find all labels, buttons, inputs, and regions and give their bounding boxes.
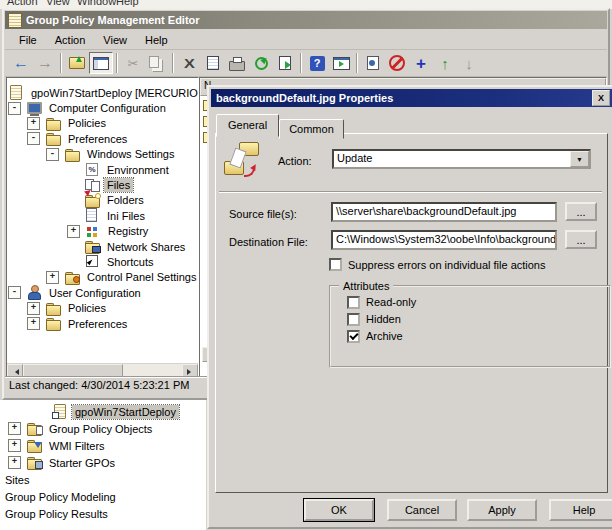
separator bbox=[219, 191, 602, 193]
tree-item-label: Policies bbox=[65, 116, 109, 130]
tree-item-gpowin7startdeploy-mercurio[interactable]: gpoWin7StartDeploy [MERCURIO. bbox=[7, 85, 198, 100]
tree-item-network-shares[interactable]: Network Shares bbox=[7, 239, 198, 254]
tree-item-shortcuts[interactable]: Shortcuts bbox=[7, 254, 198, 269]
export-list-button[interactable] bbox=[273, 52, 297, 74]
delete-button[interactable]: X bbox=[177, 52, 201, 74]
tab-common[interactable]: Common bbox=[279, 119, 344, 139]
apply-button[interactable]: Apply bbox=[467, 499, 537, 521]
tree-item-ini-files[interactable]: Ini Files bbox=[7, 208, 198, 223]
copy-button[interactable] bbox=[145, 52, 169, 74]
delete-icon: X bbox=[184, 57, 195, 70]
menu-action[interactable]: Action bbox=[46, 32, 95, 48]
move-down-button[interactable]: ↓ bbox=[457, 52, 481, 74]
tree-item-label: Ini Files bbox=[104, 209, 148, 223]
source-browse-button[interactable]: ... bbox=[565, 202, 597, 221]
tree-item-group-policy-objects[interactable]: +Group Policy Objects bbox=[0, 420, 206, 437]
expander-minus[interactable]: - bbox=[8, 286, 21, 299]
tree-item-registry[interactable]: +Registry bbox=[7, 224, 198, 239]
expander-plus[interactable]: + bbox=[67, 225, 80, 238]
attribute-hidden-checkbox[interactable] bbox=[347, 313, 360, 326]
action-label: Action: bbox=[278, 155, 312, 167]
attribute-archive-checkbox[interactable] bbox=[347, 330, 360, 343]
expander-plus[interactable]: + bbox=[27, 317, 40, 330]
suppress-errors-checkbox-row[interactable]: Suppress errors on individual file actio… bbox=[329, 258, 546, 271]
tree-item-computer-configuration[interactable]: -Computer Configuration bbox=[7, 100, 198, 115]
new-doc-button[interactable] bbox=[361, 52, 385, 74]
expander-plus[interactable]: + bbox=[46, 271, 59, 284]
gpmc-tree-area: gpoWin7StartDeploy+Group Policy Objects+… bbox=[0, 400, 206, 530]
add-button[interactable]: + bbox=[409, 52, 433, 74]
menu-help[interactable]: Help bbox=[136, 32, 177, 48]
tree-item-files[interactable]: Files bbox=[7, 177, 198, 192]
expander-plus[interactable]: + bbox=[27, 302, 40, 315]
tab-general[interactable]: General bbox=[216, 114, 279, 137]
tree-item-policies[interactable]: +Policies bbox=[7, 116, 198, 131]
suppress-errors-checkbox[interactable] bbox=[329, 258, 342, 271]
cut-button[interactable]: ✂ bbox=[121, 52, 145, 74]
back-button[interactable]: ← bbox=[9, 52, 33, 74]
dialog-tabs: GeneralCommon bbox=[216, 114, 344, 134]
gpo-icon bbox=[52, 404, 69, 419]
expander-minus[interactable]: - bbox=[27, 132, 40, 145]
tree-item-policies[interactable]: +Policies bbox=[7, 300, 198, 315]
tree-item-windows-settings[interactable]: -Windows Settings bbox=[7, 147, 198, 162]
help-button[interactable]: Help bbox=[549, 499, 612, 521]
source-input[interactable]: \\server\share\backgroundDefault.jpg bbox=[331, 202, 557, 222]
attribute-hidden-row[interactable]: Hidden bbox=[347, 312, 609, 326]
menu-file[interactable]: File bbox=[10, 32, 46, 48]
attribute-read-only-row[interactable]: Read-only bbox=[347, 295, 609, 309]
move-down-icon: ↓ bbox=[465, 56, 473, 71]
folder-starter-icon bbox=[26, 455, 43, 470]
properties-button[interactable] bbox=[201, 52, 225, 74]
expander-plus[interactable]: + bbox=[8, 439, 21, 452]
tree-item-starter-gpos[interactable]: +Starter GPOs bbox=[0, 454, 206, 471]
tree-item-sites[interactable]: Sites bbox=[0, 471, 206, 488]
tree-item-folders[interactable]: Folders bbox=[7, 193, 198, 208]
dialog-title-bar[interactable]: backgroundDefault.jpg Properties X bbox=[211, 89, 612, 107]
expander-plus[interactable]: + bbox=[8, 422, 21, 435]
show-console-tree-button[interactable] bbox=[89, 52, 113, 74]
tree-item-preferences[interactable]: +Preferences bbox=[7, 316, 198, 331]
computer-icon bbox=[26, 101, 43, 116]
attribute-archive-row[interactable]: Archive bbox=[347, 329, 609, 343]
help-button[interactable]: ? bbox=[305, 52, 329, 74]
close-button[interactable]: X bbox=[592, 90, 610, 106]
destination-label: Destination File: bbox=[229, 236, 308, 248]
back-icon: ← bbox=[13, 55, 29, 71]
print-button[interactable] bbox=[225, 52, 249, 74]
tree-item-label: Folders bbox=[104, 193, 147, 207]
action-select[interactable]: Update ▼ bbox=[332, 149, 591, 169]
tree-item-group-policy-results[interactable]: Group Policy Results bbox=[0, 505, 206, 522]
attribute-read-only-checkbox[interactable] bbox=[347, 296, 360, 309]
forward-button[interactable]: → bbox=[33, 52, 57, 74]
tree-item-group-policy-modeling[interactable]: Group Policy Modeling bbox=[0, 488, 206, 505]
block-button[interactable] bbox=[385, 52, 409, 74]
tree-item-gpowin7startdeploy[interactable]: gpoWin7StartDeploy bbox=[0, 403, 206, 420]
attributes-legend: Attributes bbox=[339, 280, 393, 292]
user-icon bbox=[26, 285, 43, 300]
shortcut-icon bbox=[84, 254, 101, 269]
ok-button[interactable]: OK bbox=[304, 499, 374, 521]
expander-minus[interactable]: - bbox=[46, 148, 59, 161]
show-window-button[interactable] bbox=[329, 52, 353, 74]
dropdown-button[interactable]: ▼ bbox=[570, 151, 589, 167]
triangle-right-icon bbox=[187, 369, 194, 375]
expander-plus[interactable]: + bbox=[27, 117, 40, 130]
expander-plus[interactable]: + bbox=[8, 456, 21, 469]
destination-browse-button[interactable]: ... bbox=[565, 230, 597, 249]
destination-value: C:\Windows\System32\oobe\Info\background bbox=[333, 232, 555, 246]
tree-item-preferences[interactable]: -Preferences bbox=[7, 131, 198, 146]
cancel-button[interactable]: Cancel bbox=[387, 499, 457, 521]
move-up-button[interactable]: ↑ bbox=[433, 52, 457, 74]
refresh-button[interactable] bbox=[249, 52, 273, 74]
tree-item-environment[interactable]: Environment bbox=[7, 162, 198, 177]
tree-item-wmi-filters[interactable]: +WMI Filters bbox=[0, 437, 206, 454]
expander-minus[interactable]: - bbox=[8, 102, 21, 115]
up-one-level-button[interactable] bbox=[65, 52, 89, 74]
menu-view[interactable]: View bbox=[94, 32, 136, 48]
tree-item-user-configuration[interactable]: -User Configuration bbox=[7, 285, 198, 300]
refresh-icon bbox=[255, 57, 268, 70]
destination-input[interactable]: C:\Windows\System32\oobe\Info\background bbox=[331, 230, 557, 250]
gpme-title-bar[interactable]: Group Policy Management Editor bbox=[5, 11, 607, 29]
tree-item-control-panel-settings[interactable]: +Control Panel Settings bbox=[7, 270, 198, 285]
